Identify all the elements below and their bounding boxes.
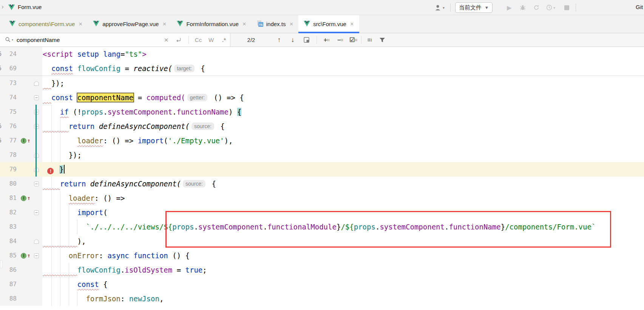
- code-text[interactable]: if (!props.systemComponent.functionName)…: [42, 105, 241, 119]
- code-line-75[interactable]: 75 if (!props.systemComponent.functionNa…: [0, 105, 644, 119]
- fold-marker-slot[interactable]: [34, 253, 41, 258]
- code-token: setup: [77, 50, 99, 58]
- tab-close-icon[interactable]: ×: [79, 20, 82, 28]
- code-token: :: [120, 294, 129, 303]
- code-line-88[interactable]: 88 formJson: newJson,: [0, 291, 644, 306]
- code-line-77[interactable]: 577I↑ loader: () => import('./Empty.vue'…: [0, 133, 644, 148]
- code-text[interactable]: <script setup lang="ts">: [42, 47, 147, 61]
- code-line-81[interactable]: 81I↑ loader: () =>: [0, 191, 644, 205]
- fold-collapse-icon: [34, 181, 39, 186]
- previous-occurrence-button[interactable]: ↑: [275, 33, 283, 46]
- code-text[interactable]: const {: [42, 277, 108, 291]
- code-text[interactable]: });: [42, 148, 82, 162]
- tab-approveflowpage.vue[interactable]: approveFlowPage.vue×: [88, 15, 171, 33]
- clear-search-icon[interactable]: ×: [162, 33, 170, 46]
- code-text[interactable]: ! }: [42, 162, 65, 177]
- code-token: {: [207, 180, 216, 188]
- regex-toggle[interactable]: .*: [220, 33, 228, 46]
- user-account-button[interactable]: ▾: [434, 0, 445, 15]
- code-line-86[interactable]: 86 flowConfig.isOldSystem = true;: [0, 263, 644, 277]
- code-line-24[interactable]: 624<script setup lang="ts">: [0, 47, 644, 61]
- code-token: isOldSystem: [125, 266, 172, 274]
- code-line-85[interactable]: 85I↑ onError: async function () {: [0, 248, 644, 263]
- line-number: 69: [0, 61, 17, 76]
- fold-end-icon: [34, 81, 39, 86]
- code-text[interactable]: flowConfig.isOldSystem = true;: [42, 263, 207, 277]
- code-token: .: [120, 266, 125, 274]
- user-icon: [434, 5, 442, 11]
- code-token: systemComponent: [108, 108, 173, 116]
- code-text[interactable]: return defineAsyncComponent(source: {: [42, 177, 216, 191]
- code-line-87[interactable]: 87 const {: [0, 277, 644, 291]
- tab-close-icon[interactable]: ×: [242, 20, 246, 28]
- tab-forminformation.vue[interactable]: FormInformation.vue×: [171, 15, 251, 33]
- remove-selection-button[interactable]: −II: [335, 33, 346, 46]
- code-line-79[interactable]: 79 ! }: [0, 162, 644, 177]
- implemented-gutter-icon[interactable]: I: [21, 195, 26, 201]
- fold-marker-slot[interactable]: [34, 124, 41, 129]
- fold-marker-slot[interactable]: [34, 239, 41, 244]
- tab-close-icon[interactable]: ×: [350, 20, 354, 28]
- search-icon[interactable]: ▾: [5, 33, 14, 46]
- gutter-icon-slot: I↑: [17, 138, 34, 144]
- new-line-icon[interactable]: [175, 33, 182, 46]
- fold-marker-slot[interactable]: [34, 181, 41, 186]
- search-field[interactable]: ▾ componentName × Cc W .*: [0, 33, 230, 46]
- fold-marker-slot[interactable]: [34, 110, 41, 115]
- edge-artifact: 5: [0, 133, 2, 148]
- implemented-gutter-icon[interactable]: I: [21, 138, 26, 144]
- code-text[interactable]: const componentName = computed(getter: (…: [42, 90, 244, 105]
- match-case-toggle[interactable]: Cc: [193, 33, 203, 46]
- fold-collapse-icon: [34, 210, 39, 215]
- code-line-69[interactable]: 569 const flowConfig = reactive(target: …: [0, 61, 644, 76]
- fold-marker-slot[interactable]: [34, 167, 41, 172]
- stop-button[interactable]: [564, 0, 569, 15]
- tab-index.ts[interactable]: TSindex.ts×: [252, 15, 299, 33]
- code-text[interactable]: onError: async function () {: [42, 248, 190, 263]
- code-text[interactable]: return defineAsyncComponent(source: {: [42, 119, 225, 133]
- filter-search-lines-button[interactable]: ≡I: [364, 33, 375, 46]
- select-all-occurrences-button[interactable]: ☑II: [347, 33, 360, 46]
- run-button[interactable]: ▶: [507, 0, 511, 15]
- implemented-gutter-icon[interactable]: I: [21, 253, 26, 259]
- code-text[interactable]: formJson: newJson,: [42, 291, 164, 306]
- tab-components-form.vue[interactable]: components\Form.vue×: [4, 15, 88, 33]
- fold-marker-slot[interactable]: [34, 81, 41, 86]
- next-occurrence-button[interactable]: ↓: [289, 33, 297, 46]
- code-line-78[interactable]: 78 });: [0, 148, 644, 162]
- code-text[interactable]: loader: () =>: [42, 191, 125, 205]
- add-selection-button[interactable]: +II: [321, 33, 332, 46]
- error-bulb-icon[interactable]: !: [47, 168, 54, 174]
- tab-close-icon[interactable]: ×: [162, 20, 166, 28]
- code-line-74[interactable]: 74 const componentName = computed(getter…: [0, 90, 644, 105]
- filter-button[interactable]: [378, 33, 387, 46]
- tab-src-form.vue[interactable]: src\Form.vue×: [298, 15, 359, 33]
- code-token: defineAsyncComponent(: [90, 180, 181, 188]
- search-input[interactable]: componentName: [17, 33, 60, 46]
- fold-marker-slot[interactable]: [34, 210, 41, 215]
- git-menu[interactable]: Git: [636, 4, 643, 10]
- code-editor[interactable]: 624<script setup lang="ts">569 const flo…: [0, 47, 644, 310]
- code-text[interactable]: loader: () => import('./Empty.vue'),: [42, 133, 233, 148]
- code-text[interactable]: import(: [42, 205, 108, 220]
- debug-button[interactable]: [520, 0, 526, 15]
- open-in-find-window-button[interactable]: [302, 33, 310, 46]
- code-line-80[interactable]: 80 return defineAsyncComponent(source: {: [0, 177, 644, 191]
- gutter: 82: [0, 205, 42, 220]
- code-text[interactable]: });: [42, 76, 64, 90]
- run-configuration-select[interactable]: 当前文件 ▼: [455, 2, 493, 13]
- words-toggle[interactable]: W: [207, 33, 215, 46]
- line-number: 24: [0, 47, 17, 61]
- code-line-73[interactable]: 73 });: [0, 76, 644, 90]
- code-token: {: [196, 64, 205, 73]
- code-text[interactable]: ),: [42, 234, 86, 248]
- fold-marker-slot[interactable]: [34, 95, 41, 100]
- code-line-76[interactable]: 676 return defineAsyncComponent(source: …: [0, 119, 644, 133]
- code-token: () {: [168, 251, 190, 260]
- run-with-coverage-button[interactable]: [533, 0, 539, 15]
- fold-marker-slot[interactable]: [34, 153, 41, 158]
- profiler-button[interactable]: ▾: [546, 0, 555, 15]
- tab-close-icon[interactable]: ×: [289, 20, 293, 28]
- code-token: onError: [69, 251, 99, 260]
- code-text[interactable]: const flowConfig = reactive(target: {: [42, 61, 205, 76]
